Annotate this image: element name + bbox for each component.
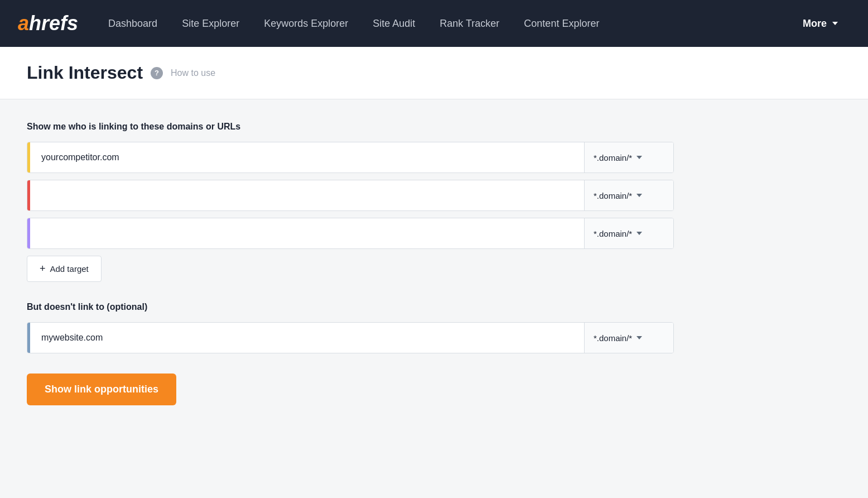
nav-dashboard[interactable]: Dashboard	[96, 0, 170, 47]
nav-keywords-explorer[interactable]: Keywords Explorer	[252, 0, 360, 47]
logo-hrefs: hrefs	[29, 13, 78, 33]
exclude-row: *.domain/*	[27, 322, 674, 353]
target-row-1: *.domain/*	[27, 142, 674, 173]
nav-links: Dashboard Site Explorer Keywords Explore…	[96, 0, 850, 47]
target-select-1[interactable]: *.domain/*	[584, 142, 673, 173]
help-icon[interactable]: ?	[151, 67, 163, 79]
target-input-3[interactable]	[30, 218, 584, 248]
nav-site-audit[interactable]: Site Audit	[360, 0, 427, 47]
more-chevron-icon	[832, 22, 838, 25]
add-target-label: Add target	[50, 264, 89, 274]
target-select-3[interactable]: *.domain/*	[584, 218, 673, 248]
how-to-use-link[interactable]: How to use	[171, 68, 215, 78]
nav-content-explorer[interactable]: Content Explorer	[512, 0, 611, 47]
section2-label: But doesn't link to (optional)	[27, 302, 841, 312]
page-title: Link Intersect	[27, 63, 143, 83]
target-input-1[interactable]	[30, 142, 584, 173]
main-nav: a hrefs Dashboard Site Explorer Keywords…	[0, 0, 868, 47]
select-chevron-2-icon	[636, 194, 642, 197]
exclude-input[interactable]	[30, 323, 584, 353]
logo[interactable]: a hrefs	[18, 13, 78, 33]
exclude-select[interactable]: *.domain/*	[584, 323, 673, 353]
section1-label: Show me who is linking to these domains …	[27, 122, 841, 132]
target-row-2: *.domain/*	[27, 180, 674, 211]
logo-a: a	[18, 13, 29, 33]
nav-site-explorer[interactable]: Site Explorer	[170, 0, 252, 47]
main-content: Show me who is linking to these domains …	[0, 99, 868, 428]
nav-rank-tracker[interactable]: Rank Tracker	[427, 0, 512, 47]
page-header: Link Intersect ? How to use	[0, 47, 868, 99]
target-select-2[interactable]: *.domain/*	[584, 180, 673, 210]
select-chevron-1-icon	[636, 156, 642, 159]
plus-icon: +	[40, 263, 46, 275]
nav-more[interactable]: More	[790, 0, 850, 47]
show-link-opportunities-button[interactable]: Show link opportunities	[27, 373, 176, 405]
select-chevron-exclude-icon	[636, 336, 642, 339]
add-target-button[interactable]: + Add target	[27, 256, 102, 282]
target-row-3: *.domain/*	[27, 218, 674, 249]
target-input-2[interactable]	[30, 180, 584, 210]
select-chevron-3-icon	[636, 232, 642, 235]
